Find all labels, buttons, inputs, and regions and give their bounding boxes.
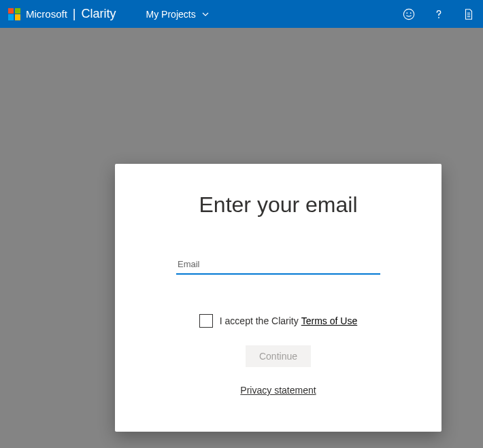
svg-point-3 bbox=[438, 17, 439, 18]
document-icon bbox=[463, 8, 475, 20]
question-icon bbox=[433, 8, 445, 20]
svg-point-1 bbox=[406, 12, 407, 14]
email-input[interactable] bbox=[176, 254, 380, 275]
modal-title: Enter your email bbox=[199, 192, 358, 218]
my-projects-dropdown[interactable]: My Projects bbox=[146, 9, 210, 20]
microsoft-logo-icon bbox=[8, 8, 20, 20]
nav-projects-label: My Projects bbox=[146, 9, 196, 20]
continue-button[interactable]: Continue bbox=[246, 345, 311, 367]
consent-text: I accept the Clarity bbox=[220, 315, 299, 326]
privacy-statement-link[interactable]: Privacy statement bbox=[240, 385, 316, 396]
header-divider: | bbox=[73, 7, 76, 21]
svg-point-2 bbox=[410, 12, 412, 14]
consent-row: I accept the Clarity Terms of Use bbox=[199, 314, 357, 328]
chevron-down-icon bbox=[201, 10, 210, 18]
header-actions bbox=[403, 8, 475, 20]
help-button[interactable] bbox=[433, 8, 445, 20]
smiley-icon bbox=[403, 8, 415, 20]
email-signup-modal: Enter your email I accept the Clarity Te… bbox=[115, 164, 442, 432]
app-header: Microsoft | Clarity My Projects bbox=[0, 0, 483, 28]
terms-of-use-link[interactable]: Terms of Use bbox=[301, 315, 357, 326]
feedback-button[interactable] bbox=[403, 8, 415, 20]
brand-text: Microsoft bbox=[26, 8, 67, 20]
document-button[interactable] bbox=[463, 8, 475, 20]
svg-point-0 bbox=[403, 9, 414, 19]
product-name: Clarity bbox=[82, 7, 116, 21]
terms-checkbox[interactable] bbox=[199, 314, 213, 328]
